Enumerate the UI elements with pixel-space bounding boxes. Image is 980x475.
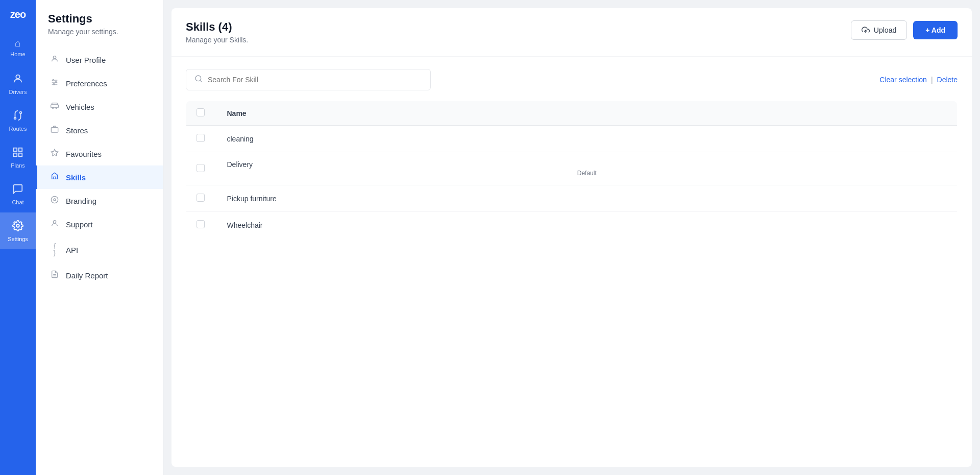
menu-item-skills[interactable]: Skills xyxy=(36,165,163,189)
row-checkbox[interactable] xyxy=(197,220,205,228)
nav-item-home[interactable]: ⌂ Home xyxy=(0,29,36,65)
content-area: Clear selection | Delete Name cl xyxy=(172,57,972,467)
menu-label-api: API xyxy=(66,246,78,254)
svg-point-7 xyxy=(16,224,19,227)
header-name-col: Name xyxy=(217,101,958,126)
menu-item-stores[interactable]: Stores xyxy=(36,118,163,142)
plans-icon xyxy=(12,147,23,160)
svg-rect-3 xyxy=(14,148,17,151)
svg-rect-4 xyxy=(19,148,22,151)
menu-item-favourites[interactable]: Favourites xyxy=(36,142,163,165)
svg-point-14 xyxy=(53,84,55,85)
upload-button[interactable]: Upload xyxy=(851,20,907,40)
add-button[interactable]: + Add xyxy=(913,21,958,39)
skill-default-badge: Default xyxy=(227,170,947,177)
nav-label-chat: Chat xyxy=(12,199,23,205)
menu-item-user-profile[interactable]: User Profile xyxy=(36,48,163,72)
menu-label-user-profile: User Profile xyxy=(66,56,106,64)
menu-label-vehicles: Vehicles xyxy=(66,103,94,111)
svg-point-8 xyxy=(53,56,56,59)
menu-item-api[interactable]: { } API xyxy=(36,236,163,264)
divider: | xyxy=(931,76,933,84)
favourites-icon xyxy=(50,149,60,159)
svg-point-20 xyxy=(51,196,58,203)
add-button-label: + Add xyxy=(925,26,945,34)
svg-point-13 xyxy=(55,82,57,83)
skill-name: cleaning xyxy=(227,135,254,143)
user-profile-icon xyxy=(50,55,60,65)
menu-item-preferences[interactable]: Preferences xyxy=(36,72,163,95)
nav-item-chat[interactable]: Chat xyxy=(0,176,36,212)
app-logo: zeo xyxy=(0,0,36,29)
skills-table: Name cleaning Delivery Default xyxy=(186,101,958,239)
settings-title: Settings xyxy=(48,12,151,26)
svg-point-26 xyxy=(195,76,201,81)
header-checkbox-col xyxy=(186,101,217,126)
menu-item-branding[interactable]: Branding xyxy=(36,189,163,212)
row-checkbox-cell xyxy=(186,126,217,152)
nav-label-settings: Settings xyxy=(8,236,28,242)
svg-line-27 xyxy=(200,80,202,82)
svg-point-1 xyxy=(14,117,16,119)
menu-label-branding: Branding xyxy=(66,197,96,205)
nav-label-routes: Routes xyxy=(9,126,27,132)
stores-icon xyxy=(50,125,60,135)
svg-point-22 xyxy=(53,221,56,223)
skill-name: Wheelchair xyxy=(227,221,263,229)
svg-rect-6 xyxy=(14,153,17,156)
table-header: Name xyxy=(186,101,958,126)
row-checkbox[interactable] xyxy=(197,194,205,202)
table-row: Delivery Default xyxy=(186,152,958,185)
search-actions-row: Clear selection | Delete xyxy=(186,69,958,90)
table-row: Pickup furniture xyxy=(186,185,958,212)
row-checkbox[interactable] xyxy=(197,134,205,142)
nav-item-plans[interactable]: Plans xyxy=(0,139,36,176)
nav-item-drivers[interactable]: Drivers xyxy=(0,65,36,102)
table-row: Wheelchair xyxy=(186,212,958,239)
svg-point-12 xyxy=(53,80,54,81)
search-icon xyxy=(194,75,203,85)
menu-label-skills: Skills xyxy=(66,173,86,182)
settings-header: Settings Manage your settings. xyxy=(36,12,163,48)
svg-rect-5 xyxy=(19,153,22,156)
nav-label-drivers: Drivers xyxy=(9,89,27,95)
drivers-icon xyxy=(12,73,23,87)
menu-item-support[interactable]: Support xyxy=(36,212,163,236)
home-icon: ⌂ xyxy=(15,37,21,49)
row-name-cell: cleaning xyxy=(217,126,958,152)
nav-label-home: Home xyxy=(10,51,25,57)
row-name-cell: Delivery Default xyxy=(217,152,958,185)
svg-rect-18 xyxy=(51,128,58,132)
menu-label-daily-report: Daily Report xyxy=(66,271,108,280)
selection-actions: Clear selection | Delete xyxy=(879,76,958,84)
nav-item-settings[interactable]: Settings xyxy=(0,212,36,249)
search-input[interactable] xyxy=(208,76,422,84)
row-name-cell: Pickup furniture xyxy=(217,185,958,212)
svg-rect-15 xyxy=(51,105,59,108)
routes-icon xyxy=(12,110,23,124)
clear-selection-link[interactable]: Clear selection xyxy=(879,76,927,84)
menu-label-stores: Stores xyxy=(66,126,88,135)
skill-name: Pickup furniture xyxy=(227,195,277,203)
main-content: Skills (4) Manage your Skills. Upload + … xyxy=(172,8,972,467)
menu-item-daily-report[interactable]: Daily Report xyxy=(36,264,163,287)
header-actions: Upload + Add xyxy=(851,20,958,40)
select-all-checkbox[interactable] xyxy=(197,108,205,116)
svg-point-21 xyxy=(54,199,56,201)
nav-item-routes[interactable]: Routes xyxy=(0,102,36,139)
skill-name: Delivery xyxy=(227,160,253,169)
menu-label-favourites: Favourites xyxy=(66,150,102,158)
chat-icon xyxy=(12,183,23,197)
menu-label-preferences: Preferences xyxy=(66,79,107,88)
menu-item-vehicles[interactable]: Vehicles xyxy=(36,95,163,118)
page-subtitle: Manage your Skills. xyxy=(186,36,248,44)
menu-label-support: Support xyxy=(66,220,93,229)
row-checkbox[interactable] xyxy=(197,164,205,172)
upload-icon xyxy=(862,26,870,34)
support-icon xyxy=(50,219,60,229)
row-name-cell: Wheelchair xyxy=(217,212,958,239)
delete-link[interactable]: Delete xyxy=(937,76,958,84)
nav-bar: zeo ⌂ Home Drivers Routes Plans Chat Set… xyxy=(0,0,36,475)
nav-label-plans: Plans xyxy=(11,162,25,169)
skills-table-body: cleaning Delivery Default Pickup furnitu… xyxy=(186,126,958,239)
